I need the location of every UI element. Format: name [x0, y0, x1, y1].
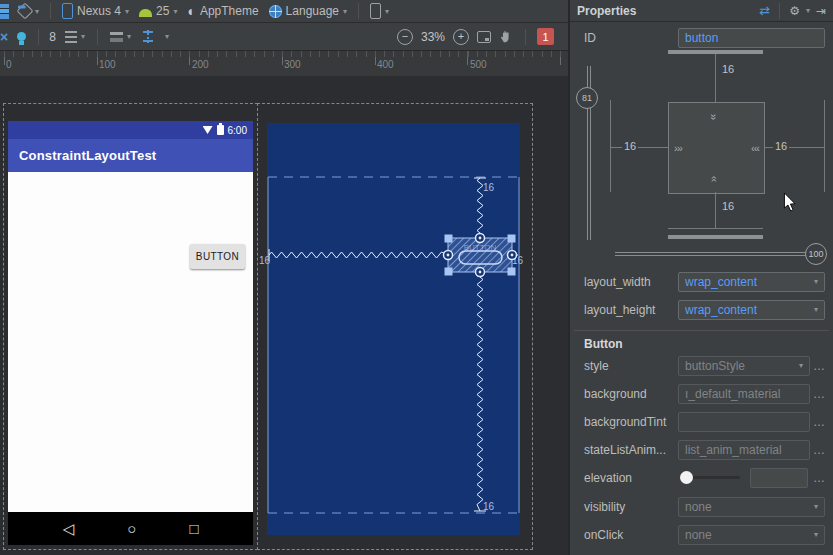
android-icon	[139, 9, 152, 17]
config-toolbar: ▾ Nexus 4 ▾ 25 ▾ ◐ AppTheme Language ▾ ▾	[0, 0, 568, 23]
state-list-anim-more-button[interactable]: …	[813, 443, 826, 457]
elevation-more-button[interactable]: …	[813, 471, 826, 485]
parent-right-edge	[824, 100, 825, 192]
nav-back-icon[interactable]: ◁	[63, 520, 75, 538]
style-dropdown[interactable]: buttonStyle▾	[678, 356, 810, 376]
background-tint-more-button[interactable]: …	[813, 415, 826, 429]
status-bar: 6:00	[8, 121, 253, 139]
parent-left-edge	[610, 100, 611, 192]
palette-icon[interactable]	[0, 4, 9, 19]
zoom-level: 33%	[421, 30, 445, 44]
background-more-button[interactable]: …	[813, 387, 826, 401]
design-canvas[interactable]: 6:00 ConstraintLayoutTest BUTTON ◁ ○ □	[0, 76, 568, 555]
blueprint-button-widget[interactable]: BUTTON	[444, 234, 517, 277]
resize-handle-sw[interactable]	[445, 268, 453, 276]
clear-constraints-icon[interactable]: ×	[0, 30, 8, 44]
navigation-bar: ◁ ○ □	[8, 512, 253, 545]
device-selector[interactable]: Nexus 4 ▾	[60, 3, 131, 19]
battery-icon	[217, 125, 224, 135]
phone-icon	[62, 3, 73, 19]
nav-recents-icon[interactable]: □	[189, 520, 198, 537]
guidelines-button[interactable]: ▾	[140, 30, 171, 43]
align-button[interactable]: ▾	[108, 32, 133, 42]
background-tint-label: backgroundTint	[584, 415, 666, 429]
phone-icon	[370, 3, 381, 19]
pack-button[interactable]: ▾	[63, 31, 87, 43]
pan-icon[interactable]	[499, 29, 514, 44]
infer-constraints-icon[interactable]	[17, 32, 26, 41]
widget-margin-bottom[interactable]: 16	[720, 200, 736, 212]
visibility-dropdown[interactable]: none▾	[678, 497, 825, 517]
horizontal-bias-value[interactable]: 100	[805, 243, 827, 265]
blueprint-margin-left: 16	[259, 255, 271, 266]
resize-handle-se[interactable]	[508, 268, 516, 276]
theme-selector[interactable]: ◐ AppTheme	[185, 4, 260, 18]
zoom-to-fit-icon[interactable]	[477, 31, 491, 43]
nav-home-icon[interactable]: ○	[127, 520, 136, 537]
rotate-device-icon	[17, 3, 34, 20]
gear-icon[interactable]: ⚙	[789, 4, 800, 18]
layout-content[interactable]: BUTTON	[8, 172, 253, 512]
properties-panel: Properties ⇄ ⚙ ▾ ⇥ ID 16 16 16	[568, 0, 833, 555]
language-label: Language	[286, 4, 339, 18]
orientation-button[interactable]: ▾	[17, 5, 41, 17]
design-toolbar: × 8 ▾ ▾ ▾ − 33% + 1	[0, 23, 568, 51]
elevation-label: elevation	[584, 471, 632, 485]
onclick-label: onClick	[584, 528, 623, 542]
target-device-selector[interactable]: ▾	[368, 3, 391, 19]
app-bar-title: ConstraintLayoutTest	[8, 139, 253, 172]
design-device-screen[interactable]: 6:00 ConstraintLayoutTest BUTTON ◁ ○ □	[8, 121, 253, 545]
blueprint-view[interactable]: 16 16 16 16 BUTTON	[267, 123, 520, 535]
visibility-label: visibility	[584, 500, 625, 514]
design-button-widget[interactable]: BUTTON	[190, 244, 245, 269]
theme-icon: ◐	[187, 4, 195, 18]
android-studio-layout-editor: ▾ Nexus 4 ▾ 25 ▾ ◐ AppTheme Language ▾ ▾…	[0, 0, 833, 555]
widget-margin-left[interactable]: 16	[622, 140, 638, 152]
zoom-in-button[interactable]: +	[453, 29, 469, 45]
wrap-height-bottom-icon[interactable]: ››	[708, 177, 719, 182]
background-label: background	[584, 387, 647, 401]
elevation-field[interactable]	[750, 468, 808, 488]
wrap-width-left-icon[interactable]: ›››	[674, 143, 682, 154]
horizontal-bias-slider[interactable]	[615, 252, 813, 256]
blueprint-margin-bottom: 16	[483, 501, 495, 512]
state-list-anim-label: stateListAnim...	[584, 443, 666, 457]
zoom-out-button[interactable]: −	[397, 29, 413, 45]
background-field[interactable]: ı_default_material	[678, 384, 810, 404]
layout-width-dropdown[interactable]: wrap_content▾	[678, 272, 825, 292]
hide-panel-icon[interactable]: ⇥	[816, 4, 826, 18]
mouse-cursor	[783, 193, 797, 213]
background-tint-field[interactable]	[678, 412, 810, 432]
api-selector[interactable]: 25 ▾	[137, 4, 179, 18]
error-count-badge[interactable]: 1	[537, 28, 554, 45]
widget-margin-top[interactable]: 16	[720, 63, 736, 75]
layout-height-dropdown[interactable]: wrap_content▾	[678, 300, 825, 320]
properties-header: Properties ⇄ ⚙ ▾ ⇥	[570, 0, 833, 22]
vertical-bias-value[interactable]: 81	[576, 87, 598, 109]
style-label: style	[584, 359, 609, 373]
layout-height-label: layout_height	[584, 303, 655, 317]
properties-title: Properties	[577, 4, 636, 18]
locale-selector[interactable]: Language ▾	[267, 4, 349, 18]
state-list-anim-field[interactable]: list_anim_material	[678, 440, 810, 460]
align-icon	[110, 32, 123, 42]
widget-body[interactable]: ››› ‹‹‹ ›› ››	[668, 102, 765, 194]
style-more-button[interactable]: …	[813, 359, 826, 373]
onclick-dropdown[interactable]: none▾	[678, 525, 825, 545]
constraint-inspector: 16 16 16 ››› ‹‹‹ ›› ›› 16 81 100	[570, 24, 833, 269]
elevation-slider[interactable]	[682, 476, 740, 479]
wrap-width-right-icon[interactable]: ‹‹‹	[751, 143, 759, 154]
switch-view-icon[interactable]: ⇄	[759, 3, 770, 18]
device-label: Nexus 4	[77, 4, 121, 18]
pack-icon	[65, 31, 77, 43]
wrap-height-top-icon[interactable]: ››	[708, 114, 719, 119]
default-margin-button[interactable]: 8	[49, 30, 56, 44]
widget-margin-right[interactable]: 16	[773, 140, 789, 152]
layout-width-label: layout_width	[584, 275, 651, 289]
resize-handle-nw[interactable]	[445, 235, 453, 243]
section-title: Button	[584, 337, 623, 351]
guideline-icon	[147, 30, 161, 43]
resize-handle-ne[interactable]	[508, 235, 516, 243]
elevation-slider-knob[interactable]	[680, 471, 693, 484]
globe-icon	[269, 5, 282, 18]
